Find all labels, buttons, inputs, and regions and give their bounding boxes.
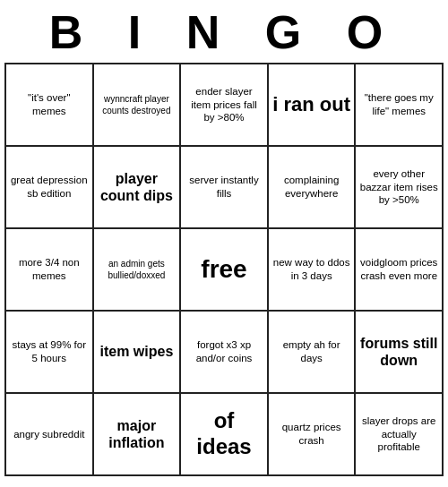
cell-4-1: major inflation [93,393,181,475]
cell-text-1-0: great depression sb edition [11,175,88,199]
cell-3-1: item wipes [93,311,181,393]
bingo-grid: "it's over" memeswynncraft player counts… [4,63,444,476]
cell-0-3: i ran out [268,64,356,146]
cell-4-2: of ideas [180,393,268,475]
bingo-title: B I N G O [0,0,448,63]
cell-2-0: more 3/4 non memes [5,228,93,311]
cell-1-0: great depression sb edition [5,146,93,228]
cell-text-3-0: stays at 99% for 5 hours [13,339,86,363]
bingo-letter-o: O [347,6,399,58]
cell-text-2-1: an admin gets bullied/doxxed [108,259,165,280]
cell-text-4-1: major inflation [108,418,164,450]
cell-2-2: free [180,228,268,311]
cell-text-4-4: slayer drops are actually profitable [362,415,435,453]
cell-text-2-4: voidgloom prices crash even more [360,257,437,281]
cell-text-4-2: of ideas [196,408,251,458]
cell-text-2-2: free [201,255,246,283]
cell-text-1-1: player count dips [100,171,173,203]
bingo-letter-i: I [128,6,186,58]
cell-1-3: complaining everywhere [268,146,356,228]
cell-text-1-3: complaining everywhere [284,175,339,199]
cell-1-4: every other bazzar item rises by >50% [355,146,443,228]
cell-text-0-0: "it's over" memes [28,92,70,116]
cell-3-2: forgot x3 xp and/or coins [180,311,268,393]
cell-4-0: angry subreddit [5,393,93,475]
bingo-letter-g: G [265,6,347,58]
cell-4-3: quartz prices crash [268,393,356,475]
cell-text-4-0: angry subreddit [13,429,84,440]
cell-3-0: stays at 99% for 5 hours [5,311,93,393]
bingo-letter-b: B [49,6,99,58]
cell-text-0-3: i ran out [272,93,350,115]
cell-1-2: server instantly fills [180,146,268,228]
cell-0-2: ender slayer item prices fall by >80% [180,64,268,146]
cell-0-4: "there goes my life" memes [355,64,443,146]
bingo-letter-n: N [186,6,237,58]
cell-text-3-3: empty ah for days [283,339,340,363]
cell-text-4-3: quartz prices crash [282,422,341,446]
cell-0-1: wynncraft player counts destroyed [93,64,181,146]
cell-2-4: voidgloom prices crash even more [355,228,443,311]
cell-1-1: player count dips [93,146,181,228]
cell-text-0-4: "there goes my life" memes [365,92,434,116]
cell-text-3-2: forgot x3 xp and/or coins [196,339,253,363]
cell-text-0-2: ender slayer item prices fall by >80% [191,86,257,124]
cell-3-3: empty ah for days [268,311,356,393]
cell-2-3: new way to ddos in 3 days [268,228,356,311]
cell-2-1: an admin gets bullied/doxxed [93,228,181,311]
cell-text-2-0: more 3/4 non memes [19,257,80,281]
cell-text-3-4: forums still down [360,336,437,368]
cell-text-1-2: server instantly fills [189,175,258,199]
cell-text-3-1: item wipes [99,344,173,359]
cell-text-2-3: new way to ddos in 3 days [273,257,350,281]
cell-4-4: slayer drops are actually profitable [355,393,443,475]
cell-3-4: forums still down [355,311,443,393]
cell-0-0: "it's over" memes [5,64,93,146]
cell-text-0-1: wynncraft player counts destroyed [102,94,170,115]
cell-text-1-4: every other bazzar item rises by >50% [360,168,438,206]
